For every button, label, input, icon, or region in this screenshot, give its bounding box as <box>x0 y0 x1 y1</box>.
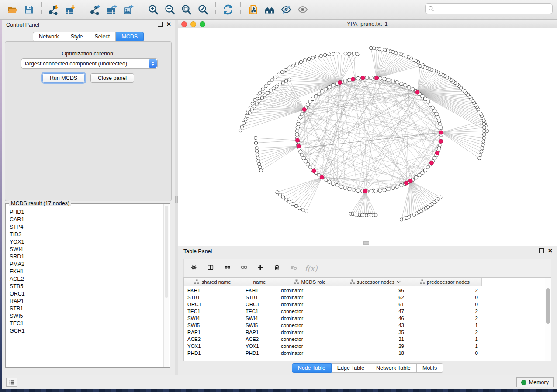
tab-network[interactable]: Network <box>33 32 65 41</box>
table-row[interactable]: FKH1FKH1dominator962 <box>184 287 545 294</box>
function-builder-button[interactable]: f(x) <box>304 262 318 275</box>
mcds-result-item[interactable]: PHD1 <box>6 208 163 216</box>
select-all-button[interactable] <box>221 262 235 275</box>
tab-network-table[interactable]: Network Table <box>370 363 417 373</box>
tab-mcds[interactable]: MCDS <box>116 32 144 41</box>
cell-shared-name: FKH1 <box>184 288 242 293</box>
tab-style[interactable]: Style <box>65 32 89 41</box>
column-header-name[interactable]: name <box>242 278 277 286</box>
table-row[interactable]: YOX1YOX1connector291 <box>184 343 545 350</box>
cell-successor-nodes: 43 <box>343 323 408 328</box>
table-row[interactable]: SWI4SWI4dominator462 <box>184 315 545 322</box>
tab-edge-table[interactable]: Edge Table <box>332 363 370 373</box>
mcds-result-list[interactable]: PHD1CAR1STP4TID3YOX1SWI4SRD1PMA2FKH1ACE2… <box>6 208 163 366</box>
table-scrollbar-thumb[interactable] <box>546 288 550 324</box>
import-table-icon <box>65 4 76 15</box>
mcds-result-item[interactable]: STB5 <box>6 282 163 290</box>
hide-selected-button[interactable] <box>278 3 294 17</box>
function-builder-icon: f(x) <box>304 264 317 273</box>
network-from-selection-button[interactable] <box>245 3 261 17</box>
import-table-button[interactable] <box>62 3 79 17</box>
close-panel-icon[interactable]: ✕ <box>166 22 171 27</box>
memory-button[interactable]: Memory <box>516 377 554 387</box>
ndex-browse-button[interactable] <box>261 3 278 17</box>
ndex-browse-icon <box>264 4 275 15</box>
float-window-icon[interactable] <box>158 22 163 27</box>
select-all-icon <box>224 265 232 272</box>
mcds-result-item[interactable]: TEC1 <box>6 320 163 327</box>
table-row[interactable]: ORC1ORC1dominator610 <box>184 301 545 308</box>
mcds-result-item[interactable]: FKH1 <box>6 268 163 275</box>
mcds-result-item[interactable]: RAP1 <box>6 297 163 305</box>
apply-layout-button[interactable] <box>220 3 236 17</box>
close-panel-button[interactable]: Close panel <box>90 73 134 83</box>
mcds-list-scrollbar[interactable] <box>163 204 169 367</box>
open-session-button[interactable] <box>4 3 21 17</box>
network-window-titlebar[interactable]: YPA_prune.txt_1 <box>178 20 557 28</box>
optimization-criterion-label: Optimization criterion: <box>5 51 171 57</box>
deselect-all-button[interactable] <box>238 262 251 275</box>
shared-column-icon <box>194 279 199 284</box>
mcds-result-item[interactable]: SWI5 <box>6 312 163 320</box>
zoom-selected-button[interactable] <box>195 3 211 17</box>
table-float-window-icon[interactable] <box>539 248 544 253</box>
mcds-result-item[interactable]: STP4 <box>6 223 163 230</box>
cell-MCDS-role: connector <box>277 323 343 328</box>
mcds-result-item[interactable]: SRD1 <box>6 253 163 260</box>
search-box[interactable] <box>425 3 553 14</box>
table-settings-button[interactable] <box>188 262 201 275</box>
run-mcds-button[interactable]: Run MCDS <box>42 73 85 83</box>
tab-motifs[interactable]: Motifs <box>417 363 443 373</box>
mcds-result-item[interactable]: CAR1 <box>6 216 163 223</box>
mcds-result-item[interactable]: ORC1 <box>6 290 163 297</box>
cell-MCDS-role: connector <box>277 337 343 342</box>
cell-predecessor-nodes: 0 <box>408 295 482 300</box>
task-history-button[interactable] <box>6 378 17 387</box>
mcds-result-item[interactable]: SWI4 <box>6 245 163 253</box>
mcds-result-item[interactable]: GCR1 <box>6 327 163 334</box>
mcds-result-item[interactable]: TID3 <box>6 230 163 238</box>
zoom-in-button[interactable] <box>145 3 162 17</box>
table-close-panel-icon[interactable]: ✕ <box>548 248 553 253</box>
delete-row-button[interactable] <box>271 262 284 275</box>
cell-name: ORC1 <box>242 302 277 307</box>
column-header-predecessor-nodes[interactable]: predecessor nodes <box>408 278 482 286</box>
column-header-shared-name[interactable]: shared name <box>184 278 242 286</box>
status-bar: Memory <box>2 375 557 389</box>
save-session-button[interactable] <box>21 3 37 17</box>
table-row[interactable]: ACE2ACE2connector311 <box>184 336 545 343</box>
mcds-result-item[interactable]: PMA2 <box>6 260 163 268</box>
horizontal-splitter-handle[interactable] <box>363 241 369 245</box>
add-row-button[interactable] <box>255 262 268 275</box>
table-row[interactable]: RAP1RAP1dominator352 <box>184 329 545 336</box>
mcds-result-item[interactable]: YOX1 <box>6 238 163 245</box>
export-network-button[interactable] <box>87 3 104 17</box>
cell-name: STB1 <box>242 295 277 300</box>
zoom-out-button[interactable] <box>162 3 178 17</box>
tab-select[interactable]: Select <box>89 32 116 41</box>
network-canvas[interactable] <box>178 28 557 246</box>
tab-node-table[interactable]: Node Table <box>292 363 332 373</box>
cell-successor-nodes: 46 <box>343 316 408 321</box>
export-table-button[interactable] <box>104 3 120 17</box>
zoom-fit-button[interactable] <box>178 3 195 17</box>
export-image-button[interactable] <box>120 3 137 17</box>
zoom-out-icon <box>165 4 175 15</box>
mcds-result-item[interactable]: ACE2 <box>6 275 163 282</box>
toolbar-group <box>215 2 240 17</box>
table-row[interactable]: STB1STB1dominator620 <box>184 294 545 301</box>
table-row[interactable]: PHD1PHD1dominator180 <box>184 350 545 357</box>
search-input[interactable] <box>436 5 550 12</box>
toolbar-group <box>41 2 83 17</box>
criterion-select[interactable]: largest connected component (undirected) <box>21 58 158 69</box>
column-header-successor-nodes[interactable]: successor nodes <box>343 278 408 286</box>
delete-table-button[interactable] <box>288 262 301 275</box>
column-header-MCDS-role[interactable]: MCDS role <box>277 278 343 286</box>
import-network-button[interactable] <box>45 3 62 17</box>
table-row[interactable]: SWI5SWI5connector431 <box>184 322 545 329</box>
table-scrollbar[interactable] <box>545 278 551 361</box>
show-all-button[interactable] <box>294 3 311 17</box>
show-columns-button[interactable] <box>205 262 218 275</box>
mcds-result-item[interactable]: STB1 <box>6 305 163 312</box>
table-row[interactable]: TEC1TEC1connector472 <box>184 308 545 315</box>
